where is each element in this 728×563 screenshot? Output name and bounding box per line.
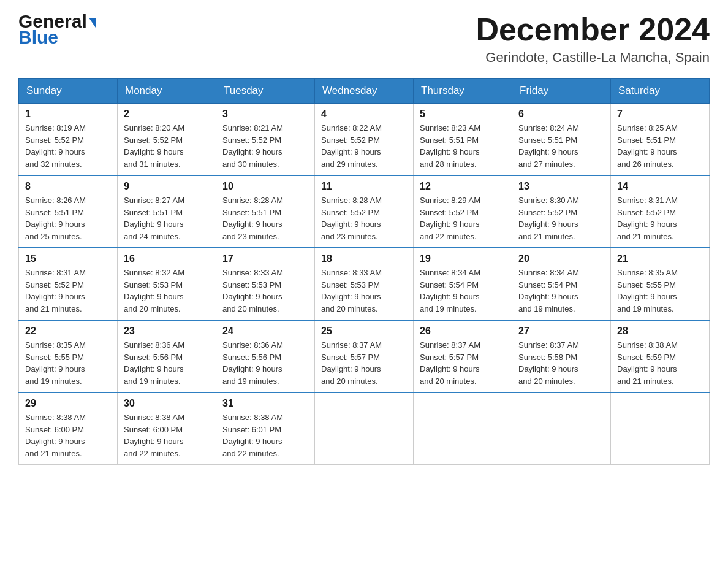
logo-arrow-icon	[89, 18, 96, 28]
day-info: Sunrise: 8:22 AM Sunset: 5:52 PM Dayligh…	[321, 122, 407, 170]
week-row-1: 1 Sunrise: 8:19 AM Sunset: 5:52 PM Dayli…	[19, 104, 710, 176]
day-number: 17	[222, 253, 308, 264]
day-info: Sunrise: 8:26 AM Sunset: 5:51 PM Dayligh…	[25, 194, 111, 242]
day-info: Sunrise: 8:32 AM Sunset: 5:53 PM Dayligh…	[124, 267, 210, 315]
day-info: Sunrise: 8:35 AM Sunset: 5:55 PM Dayligh…	[25, 339, 111, 387]
calendar-cell: 10 Sunrise: 8:28 AM Sunset: 5:51 PM Dayl…	[216, 175, 315, 248]
day-info: Sunrise: 8:36 AM Sunset: 5:56 PM Dayligh…	[124, 339, 210, 387]
day-info: Sunrise: 8:25 AM Sunset: 5:51 PM Dayligh…	[617, 122, 703, 170]
day-info: Sunrise: 8:38 AM Sunset: 6:01 PM Dayligh…	[222, 412, 308, 459]
calendar-cell: 19 Sunrise: 8:34 AM Sunset: 5:54 PM Dayl…	[414, 248, 512, 320]
day-info: Sunrise: 8:38 AM Sunset: 5:59 PM Dayligh…	[617, 339, 703, 387]
day-info: Sunrise: 8:37 AM Sunset: 5:57 PM Dayligh…	[420, 339, 506, 387]
day-number: 18	[321, 253, 407, 264]
day-number: 11	[321, 181, 407, 192]
calendar-cell: 28 Sunrise: 8:38 AM Sunset: 5:59 PM Dayl…	[611, 320, 710, 393]
calendar-cell: 30 Sunrise: 8:38 AM Sunset: 6:00 PM Dayl…	[118, 393, 216, 465]
calendar-cell: 15 Sunrise: 8:31 AM Sunset: 5:52 PM Dayl…	[19, 248, 118, 320]
day-info: Sunrise: 8:30 AM Sunset: 5:52 PM Dayligh…	[518, 194, 604, 242]
calendar-cell	[611, 393, 710, 465]
day-info: Sunrise: 8:31 AM Sunset: 5:52 PM Dayligh…	[25, 267, 111, 315]
calendar-cell: 14 Sunrise: 8:31 AM Sunset: 5:52 PM Dayl…	[611, 175, 710, 248]
day-info: Sunrise: 8:33 AM Sunset: 5:53 PM Dayligh…	[222, 267, 308, 315]
day-number: 8	[25, 181, 111, 192]
day-number: 24	[222, 326, 308, 337]
day-info: Sunrise: 8:33 AM Sunset: 5:53 PM Dayligh…	[321, 267, 407, 315]
day-number: 4	[321, 109, 407, 120]
calendar-cell: 4 Sunrise: 8:22 AM Sunset: 5:52 PM Dayli…	[315, 104, 414, 176]
day-number: 25	[321, 326, 407, 337]
calendar-cell: 6 Sunrise: 8:24 AM Sunset: 5:51 PM Dayli…	[512, 104, 611, 176]
day-info: Sunrise: 8:37 AM Sunset: 5:57 PM Dayligh…	[321, 339, 407, 387]
calendar-cell: 27 Sunrise: 8:37 AM Sunset: 5:58 PM Dayl…	[512, 320, 611, 393]
header-saturday: Saturday	[611, 79, 710, 104]
title-section: December 2024 Gerindote, Castille-La Man…	[476, 12, 710, 66]
day-info: Sunrise: 8:28 AM Sunset: 5:52 PM Dayligh…	[321, 194, 407, 242]
calendar-cell: 9 Sunrise: 8:27 AM Sunset: 5:51 PM Dayli…	[118, 175, 216, 248]
page-header: General Blue December 2024 Gerindote, Ca…	[18, 12, 710, 66]
day-number: 27	[518, 326, 604, 337]
week-row-4: 22 Sunrise: 8:35 AM Sunset: 5:55 PM Dayl…	[19, 320, 710, 393]
calendar-cell: 24 Sunrise: 8:36 AM Sunset: 5:56 PM Dayl…	[216, 320, 315, 393]
calendar-cell	[414, 393, 512, 465]
calendar-cell: 23 Sunrise: 8:36 AM Sunset: 5:56 PM Dayl…	[118, 320, 216, 393]
day-info: Sunrise: 8:38 AM Sunset: 6:00 PM Dayligh…	[25, 412, 111, 459]
calendar-cell: 31 Sunrise: 8:38 AM Sunset: 6:01 PM Dayl…	[216, 393, 315, 465]
day-number: 23	[124, 326, 210, 337]
day-number: 2	[124, 109, 210, 120]
calendar-cell: 8 Sunrise: 8:26 AM Sunset: 5:51 PM Dayli…	[19, 175, 118, 248]
week-row-2: 8 Sunrise: 8:26 AM Sunset: 5:51 PM Dayli…	[19, 175, 710, 248]
day-info: Sunrise: 8:19 AM Sunset: 5:52 PM Dayligh…	[25, 122, 111, 170]
day-number: 31	[222, 398, 308, 409]
day-info: Sunrise: 8:27 AM Sunset: 5:51 PM Dayligh…	[124, 194, 210, 242]
calendar-cell: 29 Sunrise: 8:38 AM Sunset: 6:00 PM Dayl…	[19, 393, 118, 465]
day-number: 28	[617, 326, 703, 337]
day-number: 20	[518, 253, 604, 264]
day-info: Sunrise: 8:37 AM Sunset: 5:58 PM Dayligh…	[518, 339, 604, 387]
calendar-cell: 25 Sunrise: 8:37 AM Sunset: 5:57 PM Dayl…	[315, 320, 414, 393]
calendar-cell: 5 Sunrise: 8:23 AM Sunset: 5:51 PM Dayli…	[414, 104, 512, 176]
calendar-cell: 26 Sunrise: 8:37 AM Sunset: 5:57 PM Dayl…	[414, 320, 512, 393]
calendar-cell: 1 Sunrise: 8:19 AM Sunset: 5:52 PM Dayli…	[19, 104, 118, 176]
day-info: Sunrise: 8:31 AM Sunset: 5:52 PM Dayligh…	[617, 194, 703, 242]
day-number: 10	[222, 181, 308, 192]
calendar-cell: 17 Sunrise: 8:33 AM Sunset: 5:53 PM Dayl…	[216, 248, 315, 320]
day-info: Sunrise: 8:21 AM Sunset: 5:52 PM Dayligh…	[222, 122, 308, 170]
day-info: Sunrise: 8:28 AM Sunset: 5:51 PM Dayligh…	[222, 194, 308, 242]
header-sunday: Sunday	[19, 79, 118, 104]
calendar-cell	[315, 393, 414, 465]
day-number: 1	[25, 109, 111, 120]
header-tuesday: Tuesday	[216, 79, 315, 104]
calendar-cell: 20 Sunrise: 8:34 AM Sunset: 5:54 PM Dayl…	[512, 248, 611, 320]
day-number: 13	[518, 181, 604, 192]
calendar-cell: 3 Sunrise: 8:21 AM Sunset: 5:52 PM Dayli…	[216, 104, 315, 176]
calendar-cell: 11 Sunrise: 8:28 AM Sunset: 5:52 PM Dayl…	[315, 175, 414, 248]
day-number: 16	[124, 253, 210, 264]
day-info: Sunrise: 8:35 AM Sunset: 5:55 PM Dayligh…	[617, 267, 703, 315]
day-number: 14	[617, 181, 703, 192]
logo: General Blue	[18, 12, 96, 47]
header-friday: Friday	[512, 79, 611, 104]
calendar-header-row: SundayMondayTuesdayWednesdayThursdayFrid…	[19, 79, 710, 104]
day-number: 5	[420, 109, 506, 120]
calendar-cell: 13 Sunrise: 8:30 AM Sunset: 5:52 PM Dayl…	[512, 175, 611, 248]
day-info: Sunrise: 8:20 AM Sunset: 5:52 PM Dayligh…	[124, 122, 210, 170]
calendar-cell: 22 Sunrise: 8:35 AM Sunset: 5:55 PM Dayl…	[19, 320, 118, 393]
day-info: Sunrise: 8:38 AM Sunset: 6:00 PM Dayligh…	[124, 412, 210, 459]
month-title: December 2024	[476, 12, 710, 47]
location: Gerindote, Castille-La Mancha, Spain	[476, 50, 710, 66]
day-info: Sunrise: 8:34 AM Sunset: 5:54 PM Dayligh…	[420, 267, 506, 315]
header-thursday: Thursday	[414, 79, 512, 104]
day-number: 9	[124, 181, 210, 192]
calendar-cell: 21 Sunrise: 8:35 AM Sunset: 5:55 PM Dayl…	[611, 248, 710, 320]
day-number: 15	[25, 253, 111, 264]
day-number: 22	[25, 326, 111, 337]
calendar-cell: 12 Sunrise: 8:29 AM Sunset: 5:52 PM Dayl…	[414, 175, 512, 248]
day-info: Sunrise: 8:34 AM Sunset: 5:54 PM Dayligh…	[518, 267, 604, 315]
day-info: Sunrise: 8:23 AM Sunset: 5:51 PM Dayligh…	[420, 122, 506, 170]
day-info: Sunrise: 8:36 AM Sunset: 5:56 PM Dayligh…	[222, 339, 308, 387]
day-number: 29	[25, 398, 111, 409]
day-info: Sunrise: 8:29 AM Sunset: 5:52 PM Dayligh…	[420, 194, 506, 242]
day-number: 7	[617, 109, 703, 120]
day-number: 21	[617, 253, 703, 264]
